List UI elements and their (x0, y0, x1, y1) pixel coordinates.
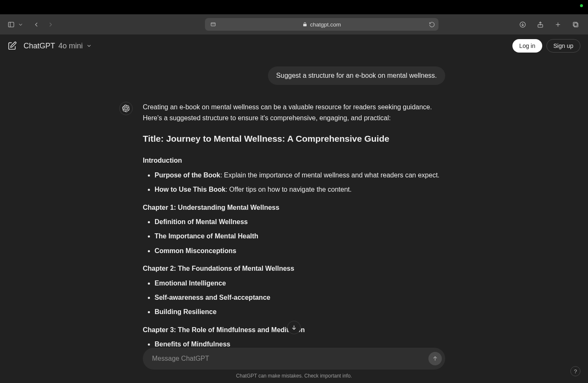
section-list: Definition of Mental Wellness The Import… (143, 217, 445, 256)
lock-icon (302, 22, 307, 27)
model-name-primary: ChatGPT (24, 42, 55, 50)
login-button[interactable]: Log in (512, 39, 542, 53)
scroll-to-bottom-button[interactable] (287, 321, 301, 334)
list-item: Self-awareness and Self-acceptance (155, 292, 445, 303)
list-item: Building Resilience (155, 306, 445, 317)
list-item: Definition of Mental Wellness (155, 217, 445, 227)
message-input[interactable] (152, 355, 428, 362)
app-surface: ChatGPT 4o mini Log in Sign up Suggest a… (0, 34, 588, 383)
composer[interactable] (143, 348, 445, 370)
address-bar[interactable]: chatgpt.com (205, 18, 438, 31)
arrow-down-icon (291, 324, 297, 331)
back-button[interactable] (30, 18, 42, 30)
user-message-bubble: Suggest a structure for an e-book on men… (268, 66, 445, 85)
svg-rect-2 (211, 23, 215, 26)
assistant-message-body: Creating an e-book on mental wellness ca… (143, 102, 445, 357)
downloads-icon[interactable] (517, 18, 528, 30)
website-settings-icon[interactable] (208, 21, 218, 28)
svg-rect-9 (574, 23, 578, 26)
model-name-secondary: 4o mini (58, 42, 83, 50)
reload-button[interactable] (426, 21, 435, 28)
forward-button[interactable] (45, 18, 56, 30)
section-list: Emotional Intelligence Self-awareness an… (143, 278, 445, 318)
browser-toolbar: chatgpt.com (0, 14, 588, 34)
window-titlebar (0, 0, 588, 14)
openai-logo-icon (122, 105, 130, 112)
tabs-overview-icon[interactable] (570, 18, 581, 30)
disclaimer-text: ChatGPT can make mistakes. Check importa… (0, 373, 588, 379)
assistant-avatar (119, 102, 133, 115)
section-heading: Chapter 1: Understanding Mental Wellness (143, 202, 445, 213)
help-label: ? (574, 368, 577, 375)
chevron-down-icon (86, 43, 92, 49)
svg-rect-10 (573, 22, 577, 26)
assistant-message-row: Creating an e-book on mental wellness ca… (143, 102, 445, 357)
section-list: Purpose of the Book: Explain the importa… (143, 170, 445, 195)
send-button[interactable] (428, 352, 442, 365)
list-item: Common Misconceptions (155, 246, 445, 256)
assistant-intro-paragraph: Creating an e-book on mental wellness ca… (143, 102, 445, 124)
list-item: Purpose of the Book: Explain the importa… (155, 170, 445, 181)
sidebar-dropdown-icon[interactable] (18, 18, 24, 30)
chat-scroll-area[interactable]: Suggest a structure for an e-book on men… (0, 57, 588, 383)
section-heading: Chapter 2: The Foundations of Mental Wel… (143, 263, 445, 274)
arrow-up-icon (432, 355, 438, 362)
new-chat-icon[interactable] (8, 41, 17, 50)
new-tab-icon[interactable] (552, 18, 564, 30)
svg-rect-0 (8, 22, 14, 26)
ebook-title-heading: Title: Journey to Mental Wellness: A Com… (143, 132, 445, 146)
url-host: chatgpt.com (310, 21, 341, 28)
sidebar-toggle-icon[interactable] (5, 18, 17, 30)
model-selector[interactable]: ChatGPT 4o mini (24, 42, 92, 50)
composer-area: ChatGPT can make mistakes. Check importa… (0, 348, 588, 383)
list-item: How to Use This Book: Offer tips on how … (155, 184, 445, 195)
user-message-row: Suggest a structure for an e-book on men… (143, 66, 445, 85)
help-button[interactable]: ? (570, 366, 580, 376)
list-item: Emotional Intelligence (155, 278, 445, 289)
title-text: Journey to Mental Wellness: A Comprehens… (166, 134, 389, 143)
title-prefix: Title: (143, 134, 166, 143)
window-status-dot (580, 4, 583, 7)
app-header: ChatGPT 4o mini Log in Sign up (0, 34, 588, 57)
share-icon[interactable] (534, 18, 546, 30)
signup-button[interactable]: Sign up (546, 39, 580, 53)
section-heading: Introduction (143, 155, 445, 166)
list-item: The Importance of Mental Health (155, 231, 445, 242)
